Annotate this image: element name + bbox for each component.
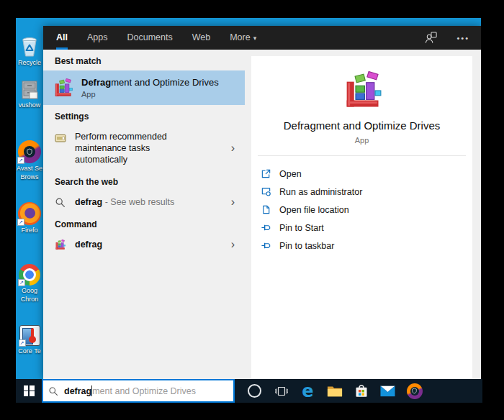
search-flyout: All Apps Documents Web More▾ ••• Best ma… (43, 26, 481, 379)
result-best-match-defrag[interactable]: Defragment and Optimize Drives App (43, 70, 245, 105)
desktop-icon-label: vushow (16, 101, 43, 109)
search-filter-bar: All Apps Documents Web More▾ ••• (43, 26, 481, 50)
action-open[interactable]: Open (261, 165, 472, 183)
avast-browser-button[interactable] (401, 379, 428, 403)
taskbar: defrag ment and Optimize Drives e (16, 379, 482, 403)
shortcut-arrow-icon: ↗ (18, 279, 25, 286)
screenshot-frame: Recycle vushow ↗ Avast Se Brows ↗ Firefo (0, 0, 504, 420)
recycle-bin-icon (19, 36, 40, 58)
desktop-icon-recycle-bin[interactable]: Recycle (16, 36, 43, 66)
result-detail-pane: Defragment and Optimize Drives App Open … (245, 50, 481, 379)
mail-icon (380, 385, 395, 397)
more-options-icon[interactable]: ••• (456, 34, 469, 42)
search-icon (48, 386, 58, 396)
section-header-settings: Settings (43, 105, 245, 126)
cortana-icon (248, 384, 261, 398)
mail-button[interactable] (374, 379, 401, 403)
taskbar-search-input[interactable]: defrag ment and Optimize Drives (42, 379, 235, 403)
tab-all[interactable]: All (56, 26, 68, 50)
search-suggestion-text: ment and Optimize Drives (92, 386, 196, 396)
result-title: Defragment and Optimize Drives (81, 77, 219, 88)
task-view-icon (274, 385, 289, 397)
result-subtitle: App (81, 90, 219, 99)
desktop-icon-label: Firefo (16, 227, 43, 234)
microsoft-store-icon (354, 384, 369, 398)
core-temp-icon: ↗ (19, 325, 40, 346)
pin-start-icon (261, 222, 271, 233)
maintenance-icon (55, 132, 66, 144)
shortcut-arrow-icon: ↗ (17, 219, 24, 226)
avast-secure-browser-icon: ↗ (18, 140, 41, 163)
desktop-icon-label: Core Te (16, 347, 43, 355)
detail-title: Defragment and Optimize Drives (284, 119, 441, 132)
result-title: defrag - See web results (75, 197, 174, 207)
file-explorer-button[interactable] (321, 379, 348, 403)
file-location-icon (261, 204, 271, 215)
tab-web[interactable]: Web (192, 26, 210, 50)
desktop-icon-label: Chron (16, 296, 43, 303)
chrome-icon: ↗ (19, 264, 40, 286)
chevron-right-icon: › (231, 239, 235, 250)
section-header-command: Command (43, 213, 245, 234)
desktop-icon-chrome[interactable]: ↗ Goog Chron (16, 264, 43, 303)
defrag-app-icon-large (343, 71, 382, 110)
chevron-down-icon: ▾ (253, 35, 257, 42)
action-list: Open Run as administrator Open file loca… (251, 156, 472, 255)
desktop-icon-avast-browser[interactable]: ↗ Avast Se Brows (16, 140, 43, 181)
search-results-list: Best match Defragment and Optimize Drive… (43, 50, 245, 379)
pin-taskbar-icon (261, 240, 271, 251)
chevron-right-icon: › (231, 142, 235, 154)
section-header-search-web: Search the web (43, 170, 245, 191)
task-view-button[interactable] (268, 379, 294, 403)
search-typed-text: defrag (64, 386, 91, 396)
search-icon (55, 197, 66, 208)
action-pin-to-start[interactable]: Pin to Start (261, 219, 472, 237)
defrag-command-icon (55, 239, 66, 250)
edge-button[interactable]: e (294, 379, 321, 403)
archive-cabinet-icon (20, 80, 39, 100)
defrag-app-icon (53, 78, 73, 98)
action-run-as-administrator[interactable]: Run as administrator (261, 183, 472, 201)
tab-documents[interactable]: Documents (127, 26, 172, 50)
chevron-right-icon: › (231, 196, 235, 208)
result-web-defrag[interactable]: defrag - See web results › (43, 191, 245, 213)
open-icon (261, 168, 271, 179)
tab-more[interactable]: More▾ (230, 26, 256, 50)
desktop-icon-label: Avast Se (16, 165, 43, 172)
tab-apps[interactable]: Apps (87, 26, 108, 50)
desktop-icon-firefox[interactable]: ↗ Firefo (16, 202, 43, 234)
result-command-defrag[interactable]: defrag › (43, 234, 245, 255)
detail-subtitle: App (355, 136, 369, 145)
firefox-icon: ↗ (18, 202, 41, 225)
shortcut-arrow-icon: ↗ (17, 157, 24, 164)
microsoft-store-button[interactable] (348, 379, 374, 403)
start-button[interactable] (16, 379, 42, 403)
cortana-button[interactable] (241, 379, 268, 403)
file-explorer-icon (327, 385, 343, 397)
result-title: Perform recommended maintenance tasks au… (75, 131, 203, 165)
edge-icon: e (302, 383, 313, 400)
account-icon[interactable] (424, 31, 438, 45)
result-settings-maintenance[interactable]: Perform recommended maintenance tasks au… (43, 126, 245, 170)
action-pin-to-taskbar[interactable]: Pin to taskbar (261, 237, 472, 255)
desktop-icon-label: Recycle (16, 59, 43, 66)
desktop: Recycle vushow ↗ Avast Se Brows ↗ Firefo (16, 18, 481, 379)
action-open-file-location[interactable]: Open file location (261, 201, 472, 219)
desktop-icon-core-temp[interactable]: ↗ Core Te (16, 325, 43, 355)
desktop-icon-label: Brows (16, 173, 43, 181)
shortcut-arrow-icon: ↗ (19, 339, 26, 347)
windows-logo-icon (24, 385, 35, 396)
run-admin-icon (261, 186, 271, 197)
result-title: defrag (75, 239, 102, 250)
desktop-icon-vushow[interactable]: vushow (16, 80, 43, 109)
desktop-icon-label: Goog (16, 287, 43, 294)
section-header-best-match: Best match (43, 50, 245, 70)
avast-browser-icon (407, 383, 423, 399)
